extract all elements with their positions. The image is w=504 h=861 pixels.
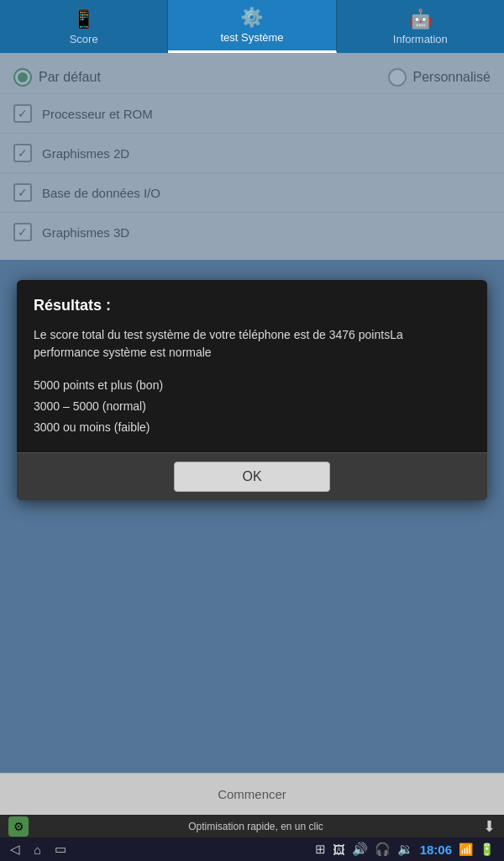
- gear-icon: ⚙️: [240, 7, 263, 29]
- tab-score[interactable]: 📱 Score: [0, 0, 168, 53]
- image-icon: 🖼: [333, 843, 345, 857]
- back-icon[interactable]: ◁: [10, 842, 20, 857]
- notification-bar: ⚙ Optimisation rapide, en un clic ⬇: [0, 815, 504, 837]
- wifi-icon: 📶: [459, 843, 473, 856]
- dialog-overlay: Résultats : Le score total du test systè…: [0, 53, 504, 773]
- legend-line2: 3000 – 5000 (normal): [34, 396, 470, 417]
- results-dialog: Résultats : Le score total du test systè…: [17, 280, 487, 500]
- status-right-icons: ⊞ 🖼 🔊 🎧 🔉 18:06 📶 🔋: [315, 842, 494, 857]
- legend-line3: 3000 ou moins (faible): [34, 417, 470, 438]
- tab-information-label: Information: [393, 33, 448, 45]
- legend-line1: 5000 points et plus (bon): [34, 375, 470, 396]
- app-icon: ⚙: [8, 816, 29, 837]
- notif-text: Optimisation rapide, en un clic: [35, 821, 476, 832]
- battery-icon: 🔋: [480, 843, 494, 856]
- dialog-title: Résultats :: [34, 297, 470, 314]
- dialog-footer: OK: [17, 452, 487, 500]
- clock: 18:06: [420, 843, 452, 857]
- dialog-body: Résultats : Le score total du test systè…: [17, 280, 487, 452]
- ok-button[interactable]: OK: [174, 462, 329, 492]
- tab-score-label: Score: [70, 33, 98, 45]
- status-nav-icons: ◁ ⌂ ▭: [10, 842, 66, 857]
- qr-icon: ⊞: [315, 842, 326, 857]
- download-icon: ⬇: [483, 817, 496, 836]
- android-icon: 🤖: [409, 8, 432, 30]
- dialog-legend: 5000 points et plus (bon) 3000 – 5000 (n…: [34, 375, 470, 439]
- recents-icon[interactable]: ▭: [55, 842, 66, 857]
- home-icon[interactable]: ⌂: [34, 843, 41, 857]
- commencer-bar: Commencer: [0, 773, 504, 815]
- status-bar: ◁ ⌂ ▭ ⊞ 🖼 🔊 🎧 🔉 18:06 📶 🔋: [0, 837, 504, 861]
- tab-test-systeme[interactable]: ⚙️ test Système: [168, 0, 336, 53]
- phone-icon: 📱: [72, 8, 95, 30]
- tab-test-systeme-label: test Système: [220, 31, 283, 44]
- headphone-icon: 🎧: [375, 842, 391, 857]
- tab-bar: 📱 Score ⚙️ test Système 🤖 Information: [0, 0, 504, 53]
- dialog-main-text: Le score total du test système de votre …: [34, 326, 470, 362]
- volume2-icon: 🔉: [397, 842, 413, 857]
- commencer-button[interactable]: Commencer: [218, 787, 286, 801]
- tab-information[interactable]: 🤖 Information: [337, 0, 504, 53]
- volume-icon: 🔊: [352, 842, 368, 857]
